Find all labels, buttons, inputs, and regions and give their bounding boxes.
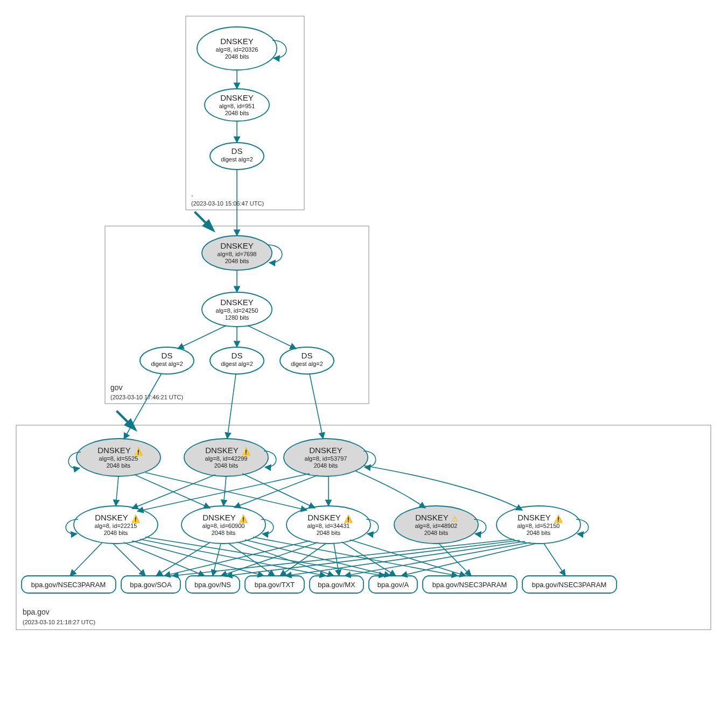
svg-text:2048 bits: 2048 bits	[214, 462, 239, 469]
svg-text:2048 bits: 2048 bits	[212, 530, 236, 536]
svg-text:digest alg=2: digest alg=2	[291, 361, 323, 367]
node-bpa-k60900[interactable]: DNSKEY ⚠️ alg=8, id=60900 2048 bits	[181, 506, 265, 544]
svg-text:DS: DS	[162, 351, 173, 360]
svg-text:bpa.gov/NSEC3PARAM: bpa.gov/NSEC3PARAM	[432, 581, 507, 589]
svg-text:digest alg=2: digest alg=2	[221, 156, 253, 163]
svg-line-66	[242, 474, 315, 508]
edge-govzsk-ds1	[178, 326, 226, 349]
svg-text:digest alg=2: digest alg=2	[151, 361, 183, 367]
node-root-ds[interactable]: DS digest alg=2	[210, 143, 264, 170]
leaf-nsec3-1[interactable]: bpa.gov/NSEC3PARAM	[22, 576, 116, 593]
leaf-nsec3-2[interactable]: bpa.gov/NSEC3PARAM	[423, 576, 517, 593]
svg-line-87	[113, 544, 145, 576]
svg-text:2048 bits: 2048 bits	[317, 530, 341, 536]
edge-ds3-k53797	[310, 374, 323, 439]
svg-line-61	[116, 476, 118, 506]
leaf-ns[interactable]: bpa.gov/NS	[186, 576, 240, 593]
svg-text:alg=8, id=48902: alg=8, id=48902	[415, 523, 458, 529]
svg-line-86	[70, 542, 102, 576]
svg-text:alg=8, id=7698: alg=8, id=7698	[218, 251, 257, 257]
svg-text:DNSKEY: DNSKEY	[220, 241, 254, 250]
svg-text:DNSKEY: DNSKEY	[309, 446, 342, 455]
svg-text:bpa.gov/NS: bpa.gov/NS	[194, 581, 231, 589]
zone-root-time: (2023-03-10 15:06:47 UTC)	[191, 200, 264, 207]
leaf-nsec3-3[interactable]: bpa.gov/NSEC3PARAM	[522, 576, 617, 593]
svg-text:DS: DS	[232, 351, 243, 360]
node-gov-ds3[interactable]: DS digest alg=2	[280, 347, 334, 374]
svg-text:2048 bits: 2048 bits	[424, 530, 449, 536]
node-root-zsk[interactable]: DNSKEY alg=8, id=951 2048 bits	[205, 89, 269, 121]
svg-line-105	[172, 539, 514, 576]
zone-root-name: .	[191, 189, 193, 198]
edge-ds2-k42299	[227, 374, 236, 439]
svg-text:2048 bits: 2048 bits	[527, 530, 551, 536]
svg-text:alg=8, id=22215: alg=8, id=22215	[95, 523, 137, 529]
svg-text:alg=8, id=20326: alg=8, id=20326	[216, 46, 258, 53]
svg-line-109	[401, 544, 536, 576]
svg-text:2048 bits: 2048 bits	[225, 53, 249, 60]
zone-bpa-time: (2023-03-10 21:18:27 UTC)	[23, 619, 95, 625]
svg-text:bpa.gov/SOA: bpa.gov/SOA	[130, 581, 172, 589]
svg-text:DS: DS	[302, 351, 313, 360]
svg-text:DS: DS	[232, 146, 243, 156]
leaf-mx[interactable]: bpa.gov/MX	[310, 576, 363, 593]
node-bpa-k52150[interactable]: DNSKEY ⚠️ alg=8, id=52150 2048 bits	[496, 506, 580, 544]
svg-text:2048 bits: 2048 bits	[225, 258, 249, 264]
svg-text:DNSKEY: DNSKEY	[95, 513, 128, 522]
leaf-soa[interactable]: bpa.gov/SOA	[121, 576, 180, 593]
node-bpa-k53797[interactable]: DNSKEY alg=8, id=53797 2048 bits	[284, 439, 368, 476]
svg-text:DNSKEY: DNSKEY	[517, 513, 551, 522]
node-gov-zsk[interactable]: DNSKEY alg=8, id=24250 1280 bits	[202, 292, 272, 327]
svg-text:alg=8, id=34431: alg=8, id=34431	[307, 523, 350, 529]
node-gov-ds1[interactable]: DS digest alg=2	[140, 347, 194, 374]
svg-line-90	[140, 539, 326, 576]
svg-text:DNSKEY: DNSKEY	[97, 446, 131, 455]
zone-bpa-name: bpa.gov	[23, 608, 50, 616]
svg-text:alg=8, id=42299: alg=8, id=42299	[205, 455, 248, 462]
svg-text:2048 bits: 2048 bits	[104, 530, 128, 536]
svg-text:2048 bits: 2048 bits	[225, 110, 249, 116]
warning-icon: ⚠	[451, 514, 458, 523]
svg-text:alg=8, id=52150: alg=8, id=52150	[517, 523, 560, 529]
svg-text:bpa.gov/MX: bpa.gov/MX	[318, 581, 355, 589]
svg-text:bpa.gov/NSEC3PARAM: bpa.gov/NSEC3PARAM	[532, 581, 607, 589]
node-bpa-k22215[interactable]: DNSKEY ⚠️ alg=8, id=22215 2048 bits	[74, 506, 158, 544]
zone-gov-name: gov	[110, 383, 123, 392]
delegation-arrow-root-gov	[194, 211, 215, 232]
svg-text:DNSKEY: DNSKEY	[220, 37, 254, 46]
svg-line-101	[334, 544, 339, 576]
svg-text:DNSKEY: DNSKEY	[415, 513, 449, 522]
svg-text:bpa.gov/NSEC3PARAM: bpa.gov/NSEC3PARAM	[31, 581, 106, 589]
svg-text:DNSKEY: DNSKEY	[202, 513, 236, 522]
svg-text:alg=8, id=5525: alg=8, id=5525	[99, 455, 138, 462]
svg-text:alg=8, id=53797: alg=8, id=53797	[305, 455, 347, 462]
leaf-txt[interactable]: bpa.gov/TXT	[245, 576, 304, 593]
node-gov-ksk[interactable]: DNSKEY alg=8, id=7698 2048 bits	[202, 236, 272, 270]
svg-text:bpa.gov/TXT: bpa.gov/TXT	[255, 581, 295, 589]
leaf-a[interactable]: bpa.gov/A	[369, 576, 417, 593]
svg-text:DNSKEY: DNSKEY	[307, 513, 341, 522]
node-bpa-k42299[interactable]: DNSKEY ⚠️ alg=8, id=42299 2048 bits	[184, 439, 268, 476]
svg-line-89	[132, 541, 264, 576]
node-bpa-k34431[interactable]: DNSKEY ⚠️ alg=8, id=34431 2048 bits	[286, 506, 370, 544]
dnssec-graph: . (2023-03-10 15:06:47 UTC) gov (2023-03…	[11, 11, 717, 701]
svg-text:alg=8, id=951: alg=8, id=951	[219, 103, 255, 109]
svg-text:DNSKEY: DNSKEY	[220, 298, 254, 307]
node-root-ksk[interactable]: DNSKEY alg=8, id=20326 2048 bits	[197, 27, 277, 70]
node-bpa-k48902[interactable]: DNSKEY ⚠ alg=8, id=48902 2048 bits	[394, 506, 478, 544]
svg-text:bpa.gov/A: bpa.gov/A	[377, 581, 409, 589]
svg-text:digest alg=2: digest alg=2	[221, 361, 253, 367]
node-gov-ds2[interactable]: DS digest alg=2	[210, 347, 264, 374]
node-bpa-k5525[interactable]: DNSKEY ⚠️ alg=8, id=5525 2048 bits	[76, 439, 160, 476]
svg-text:2048 bits: 2048 bits	[107, 462, 131, 469]
svg-text:DNSKEY: DNSKEY	[205, 446, 239, 455]
edge-govzsk-ds3	[248, 326, 296, 349]
edge-ds1-k5525	[124, 373, 162, 439]
svg-text:alg=8, id=24250: alg=8, id=24250	[216, 307, 258, 314]
svg-line-110	[544, 544, 565, 576]
svg-text:1280 bits: 1280 bits	[225, 314, 249, 321]
svg-text:2048 bits: 2048 bits	[314, 462, 338, 469]
svg-line-91	[145, 537, 385, 576]
svg-text:DNSKEY: DNSKEY	[220, 93, 254, 102]
svg-text:alg=8, id=60900: alg=8, id=60900	[202, 523, 245, 529]
